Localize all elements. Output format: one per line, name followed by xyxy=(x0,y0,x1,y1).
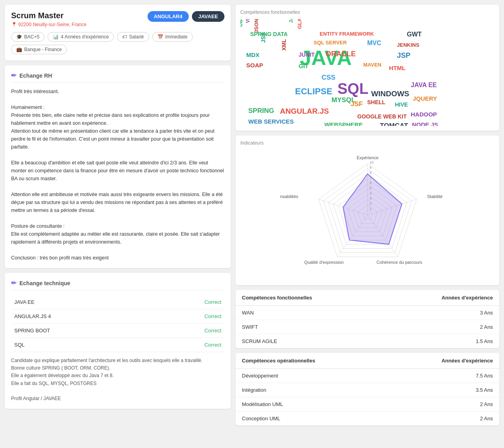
svg-text:5: 5 xyxy=(370,186,372,190)
svg-text:Stabilité: Stabilité xyxy=(427,194,443,199)
comp-op-row: Modélisation UML2 Ans xyxy=(236,397,499,412)
svg-text:10: 10 xyxy=(370,160,374,164)
table-row: ANGULAR.JS 4Correct xyxy=(11,309,224,324)
word-item: VISUAL STUDIO xyxy=(245,19,251,23)
comp-fonc-title: Compétences fonctionnelles xyxy=(242,295,312,301)
word-item: MDX xyxy=(246,51,259,58)
edit-icon: ✏ xyxy=(11,72,16,79)
word-item: ECLIPSE xyxy=(295,86,332,97)
svg-text:4: 4 xyxy=(370,191,372,195)
badge-availability: 📅 Immediate xyxy=(152,32,193,42)
echange-technique-title: ✏ Echange technique xyxy=(11,279,224,290)
comp-fonc-row: WAN3 Ans xyxy=(236,306,499,320)
comp-op-card: Compétences opérationnelles Années d'exp… xyxy=(236,353,499,425)
badge-experience: 📊 4 Années d'expérience xyxy=(48,32,114,42)
word-item: TOMCAT xyxy=(380,122,408,126)
table-row: SQLCorrect xyxy=(11,338,224,352)
svg-text:3: 3 xyxy=(370,196,372,200)
radar-container: 10 9 8 7 6 5 4 3 2 1 Expérience Stabilit… xyxy=(240,150,494,280)
word-item: NODE.JS xyxy=(412,121,438,126)
word-item: JSP xyxy=(397,51,410,60)
word-cloud-card: Compétences fonctionnelles UBUNTUVISUAL … xyxy=(236,5,499,131)
word-item: SQL xyxy=(337,80,368,97)
svg-text:Cohérence du parcours: Cohérence du parcours xyxy=(376,260,422,265)
svg-text:7: 7 xyxy=(370,176,372,180)
tech-table: JAVA EECorrectANGULAR.JS 4CorrectSPRING … xyxy=(11,295,224,352)
comp-fonc-card: Compétences fonctionnelles Années d'expé… xyxy=(236,290,499,348)
svg-text:Expérience: Expérience xyxy=(356,155,378,160)
svg-text:1: 1 xyxy=(370,207,372,211)
badges-row2: 💼 Banque - Finance xyxy=(11,45,224,54)
comp-op-row: Intégration3.5 Ans xyxy=(236,383,499,397)
comp-op-row: Conception UML2 Ans xyxy=(236,412,499,425)
word-item: ORACLE xyxy=(326,50,356,58)
echange-rh-content: Profil très intéressant. Humainement : P… xyxy=(11,88,224,262)
comp-op-row: Développement7.5 Ans xyxy=(236,369,499,383)
comp-fonc-header: Compétences fonctionnelles Années d'expé… xyxy=(236,290,499,306)
comp-fonc-row: SWIFT2 Ans xyxy=(236,320,499,334)
comp-op-title: Compétences opérationnelles xyxy=(242,358,315,364)
svg-text:2: 2 xyxy=(370,202,372,206)
word-item: SHELL xyxy=(367,99,385,105)
word-item: SOAP xyxy=(246,62,263,69)
word-item: WINDOWS xyxy=(371,90,409,98)
comp-op-rows: Développement7.5 AnsIntégration3.5 AnsMo… xyxy=(236,369,499,425)
svg-text:Responsabilités: Responsabilités xyxy=(280,194,298,199)
word-item: SPRING DATA xyxy=(250,31,287,37)
comp-op-years: Années d'expérience xyxy=(441,358,493,364)
comp-fonc-years: Années d'expérience xyxy=(441,295,493,301)
location: 92200 Neuilly-sur-Seine, France xyxy=(11,22,224,27)
badge-education: 🎓 BAC+5 xyxy=(11,32,44,42)
word-item: CSS xyxy=(322,74,335,82)
word-item: HIVE xyxy=(395,101,408,108)
word-cloud: UBUNTUVISUAL STUDIOJSONJSSASP.NET WEBFOR… xyxy=(240,19,494,126)
badge-sector: 💼 Banque - Finance xyxy=(11,45,67,54)
comp-op-header: Compétences opérationnelles Années d'exp… xyxy=(236,353,499,369)
svg-marker-15 xyxy=(343,174,402,244)
tech-footer: Candidate qui explique parfaitement l'ar… xyxy=(11,357,224,402)
indicateurs-card: Indicateurs xyxy=(236,135,499,285)
top-tags: ANGULAR4 JAVAEE xyxy=(148,11,224,22)
echange-rh-card: ✏ Echange RH Profil très intéressant. Hu… xyxy=(5,65,231,268)
comp-fonc-rows: WAN3 AnsSWIFT2 AnsSCRUM AGILE1.5 Ans xyxy=(236,306,499,348)
word-item: MAVEN xyxy=(363,62,381,68)
javaee-tag[interactable]: JAVAEE xyxy=(192,11,224,22)
svg-text:9: 9 xyxy=(370,166,372,170)
word-item: HTML xyxy=(389,65,406,71)
radar-chart: 10 9 8 7 6 5 4 3 2 1 Expérience Stabilit… xyxy=(280,154,455,276)
word-item: GWT xyxy=(407,31,422,38)
word-item: JAVA EE xyxy=(411,82,437,89)
echange-technique-card: ✏ Echange technique JAVA EECorrectANGULA… xyxy=(5,273,231,409)
comp-fonc-row: SCRUM AGILE1.5 Ans xyxy=(236,334,499,348)
word-item: JENKINS xyxy=(397,42,419,48)
table-row: SPRING BOOTCorrect xyxy=(11,324,224,338)
word-cloud-label: Compétences fonctionnelles xyxy=(240,10,494,15)
header-card: ANGULAR4 JAVAEE Scrum Master 92200 Neuil… xyxy=(5,5,231,61)
echange-rh-title: ✏ Echange RH xyxy=(11,72,224,83)
word-item: JUNIT xyxy=(299,51,314,58)
word-item: GIT xyxy=(299,63,309,69)
edit-icon-2: ✏ xyxy=(11,279,16,287)
word-item: UBUNTU xyxy=(240,19,243,27)
indicateurs-label: Indicateurs xyxy=(240,140,494,146)
svg-text:Qualité d'expression: Qualité d'expression xyxy=(304,260,343,265)
word-item: SQL SERVER xyxy=(314,40,347,46)
table-row: JAVA EECorrect xyxy=(11,295,224,309)
word-item: GLASSFISH xyxy=(297,19,303,29)
word-item: WEB SERVICES xyxy=(248,118,294,125)
word-item: XML xyxy=(281,39,287,51)
word-item: GOOGLE WEB KIT xyxy=(357,113,406,120)
svg-text:6: 6 xyxy=(370,181,372,185)
word-item: JSF xyxy=(351,100,363,108)
angular4-tag[interactable]: ANGULAR4 xyxy=(148,11,189,22)
word-item: WEBSPHERE xyxy=(324,121,363,126)
svg-text:8: 8 xyxy=(370,171,372,175)
word-item: ENTITY FRAMEWORK xyxy=(320,31,374,37)
word-item: JAVASCRIPT xyxy=(288,19,294,23)
badge-status: 🏷 Salarié xyxy=(117,32,149,42)
word-item: JQUERY xyxy=(413,95,437,102)
word-item: MVC xyxy=(367,40,381,47)
word-item: SPRING xyxy=(248,107,274,115)
word-item: HADOOP xyxy=(411,111,437,118)
badges-row: 🎓 BAC+5 📊 4 Années d'expérience 🏷 Salari… xyxy=(11,32,224,42)
